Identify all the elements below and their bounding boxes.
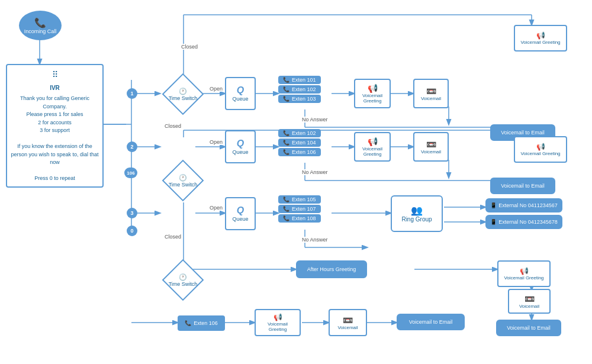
badge-0: 0 xyxy=(127,226,137,236)
queue-2-label: Queue xyxy=(232,149,248,155)
ext-104: 📞 Exten 104 xyxy=(278,138,321,147)
open-label-1: Open xyxy=(210,86,223,92)
ext-108: 📞 Exten 108 xyxy=(278,214,321,223)
ivr-text: Thank you for calling Generic Company.Pl… xyxy=(11,95,99,183)
closed-label-2: Closed xyxy=(165,123,181,129)
ivr-title: IVR xyxy=(11,83,99,92)
voicemail-bottom: 📼 Voicemail xyxy=(329,309,367,336)
vm-greeting-bottom: 📢 Voicemail Greeting xyxy=(255,309,301,336)
queue-2: Q Queue xyxy=(225,130,256,163)
vm-greeting-1-closed: 📢 Voicemail Greeting xyxy=(514,25,567,51)
phone-icon: 📞 xyxy=(283,77,289,83)
no-answer-1: No Answer xyxy=(302,117,328,123)
voicemail-3-icon: 📼 xyxy=(525,294,535,304)
ext-106b: 📞 Exten 106 xyxy=(278,148,321,156)
vm-to-email-2: Voicemail to Email xyxy=(490,178,555,194)
open-label-2: Open xyxy=(210,139,223,145)
vm-greeting-2: 📢 Voicemail Greeting xyxy=(354,132,391,162)
time-switch-2-label: Time Switch xyxy=(169,182,198,188)
vm-greeting-closed-icon: 📢 xyxy=(536,31,545,40)
ring-group-label: Ring Group xyxy=(401,216,432,223)
vm-icon-bottom: 📢 xyxy=(274,313,282,321)
no-answer-2: No Answer xyxy=(302,169,328,175)
queue-1-label: Queue xyxy=(232,96,248,102)
badge-3: 3 xyxy=(127,208,137,218)
closed-label-3: Closed xyxy=(165,234,181,240)
ring-group: 👥 Ring Group xyxy=(391,195,443,232)
voicemail-1: 📼 Voicemail xyxy=(413,79,449,108)
vm-greeting-1: 📢 Voicemail Greeting xyxy=(354,79,391,108)
ext-105: 📞 Exten 105 xyxy=(278,195,321,204)
grid-icon: ⠿ xyxy=(52,69,58,81)
ext-101: 📞 Exten 101 xyxy=(278,76,321,84)
incoming-call-label: Incoming Call xyxy=(24,28,57,34)
time-switch-2: 🕐 Time Switch xyxy=(159,164,207,197)
vm-greeting-2-icon: 📢 xyxy=(368,137,378,146)
ext-list-2: 📞 Exten 102 📞 Exten 104 📞 Exten 106 xyxy=(278,129,321,156)
ext-list-1: 📞 Exten 101 📞 Exten 102 📞 Exten 103 xyxy=(278,76,321,103)
vm-icon-3closed: 📢 xyxy=(520,267,529,275)
voicemail-bottom-icon: 📼 xyxy=(343,315,353,325)
badge-1: 1 xyxy=(127,88,137,99)
open-label-3: Open xyxy=(210,205,223,211)
closed-label-1: Closed xyxy=(181,44,198,50)
phone-icon: 📞 xyxy=(283,149,289,155)
queue-3-icon: Q xyxy=(237,205,244,216)
queue-2-icon: Q xyxy=(237,138,244,149)
ext-102b: 📞 Exten 102 xyxy=(278,129,321,137)
external-2: 📱 External No 0412345678 xyxy=(485,215,562,229)
vm-greeting-1-icon: 📢 xyxy=(368,83,378,93)
voicemail-2-icon: 📼 xyxy=(426,140,436,149)
vm-to-email-bottom: Voicemail to Email xyxy=(397,314,465,330)
voicemail-3: 📼 Voicemail xyxy=(508,289,551,314)
ext-107: 📞 Exten 107 xyxy=(278,205,321,213)
ivr-box: ⠿ IVR Thank you for calling Generic Comp… xyxy=(6,64,104,188)
phone-icon: 📞 xyxy=(283,96,289,102)
ring-group-icon: 👥 xyxy=(411,205,423,216)
ext-103: 📞 Exten 103 xyxy=(278,95,321,103)
mobile-icon: 📱 xyxy=(490,202,497,208)
ext-106-bottom: 📞 Exten 106 xyxy=(178,315,225,331)
no-answer-3: No Answer xyxy=(302,237,328,243)
diagram: 📞 Incoming Call ⠿ IVR Thank you for call… xyxy=(0,0,592,364)
incoming-call-node: 📞 Incoming Call xyxy=(19,11,62,40)
phone-icon-106: 📞 xyxy=(185,320,191,326)
queue-3-label: Queue xyxy=(232,216,248,222)
after-hours-greeting: After Hours Greeting xyxy=(296,260,367,278)
vm-icon-na1: 📢 xyxy=(536,143,545,151)
mobile-icon-2: 📱 xyxy=(490,219,497,225)
vm-to-email-3: Voicemail to Email xyxy=(496,320,561,336)
phone-icon: 📞 xyxy=(283,215,289,221)
phone-icon: 📞 xyxy=(283,130,289,136)
phone-icon: 📞 xyxy=(34,17,46,28)
time-switch-1: 🕐 Time Switch xyxy=(159,78,207,111)
external-1: 📱 External No 0411234567 xyxy=(485,198,562,212)
time-switch-1-label: Time Switch xyxy=(169,95,198,101)
vm-greeting-1-noanswer: 📢 Voicemail Greeting xyxy=(514,136,567,163)
queue-1: Q Queue xyxy=(225,77,256,110)
queue-1-icon: Q xyxy=(237,85,244,96)
ext-list-3: 📞 Exten 105 📞 Exten 107 📞 Exten 108 xyxy=(278,195,321,223)
voicemail-1-icon: 📼 xyxy=(426,86,436,96)
time-switch-3-label: Time Switch xyxy=(169,281,198,287)
time-switch-3: 🕐 Time Switch xyxy=(159,263,207,297)
phone-icon: 📞 xyxy=(283,86,289,92)
queue-3: Q Queue xyxy=(225,197,256,230)
ext-102: 📞 Exten 102 xyxy=(278,85,321,94)
phone-icon: 📞 xyxy=(283,140,289,146)
phone-icon: 📞 xyxy=(283,197,289,202)
vm-greeting-3-closed: 📢 Voicemail Greeting xyxy=(497,260,551,287)
phone-icon: 📞 xyxy=(283,206,289,212)
badge-2: 2 xyxy=(127,141,137,152)
badge-106: 106 xyxy=(124,167,137,178)
voicemail-2: 📼 Voicemail xyxy=(413,132,449,162)
